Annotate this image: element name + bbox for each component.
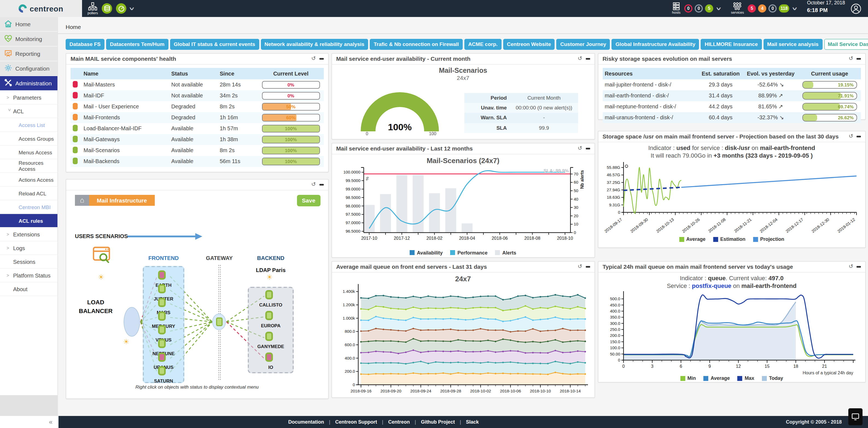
tab-customer-journey[interactable]: Customer Journey bbox=[557, 39, 610, 50]
sidebar-subitem-centreon-mbi[interactable]: Centreon MBI bbox=[0, 200, 57, 214]
collapse-icon[interactable] bbox=[857, 266, 861, 267]
tab-global-infrastructure-availability[interactable]: Global Infrastructure Availability bbox=[612, 39, 699, 50]
sidebar-subitem-parameters[interactable]: >Parameters bbox=[0, 91, 57, 105]
node-uranus[interactable] bbox=[158, 352, 166, 362]
diagram-breadcrumb-label[interactable]: Mail Infrastructure bbox=[89, 195, 155, 205]
user-menu-button[interactable] bbox=[850, 0, 862, 17]
svg-text:60: 60 bbox=[574, 179, 578, 184]
refresh-icon[interactable]: ↺ bbox=[311, 56, 316, 61]
svg-text:100%: 100% bbox=[388, 121, 411, 132]
tab-acme-corp-[interactable]: ACME corp. bbox=[464, 39, 501, 50]
tab-centreon-website[interactable]: Centreon Website bbox=[503, 39, 555, 50]
refresh-icon[interactable]: ↺ bbox=[578, 56, 582, 61]
sidebar-subitem-acl[interactable]: >ACL bbox=[0, 105, 57, 118]
broker-status-button[interactable] bbox=[102, 3, 112, 14]
fullscreen-button[interactable] bbox=[848, 408, 863, 425]
sidebar-subitem-platform-status[interactable]: >Platform Status bbox=[0, 269, 57, 282]
services-chevron-down-icon[interactable]: > bbox=[790, 7, 799, 10]
sidebar-item-monitoring[interactable]: Monitoring bbox=[0, 32, 57, 47]
tab-hillmore-insurance[interactable]: HILLMORE Insurance bbox=[701, 39, 762, 50]
services-button[interactable]: services bbox=[731, 2, 744, 15]
node-jupiter[interactable] bbox=[158, 284, 166, 293]
node-mercury[interactable] bbox=[158, 311, 166, 320]
collapse-icon[interactable] bbox=[586, 147, 590, 149]
hosts-badge[interactable]: 0 bbox=[694, 4, 703, 12]
state-cell: Available bbox=[169, 134, 217, 145]
sidebar-item-reporting[interactable]: Reporting bbox=[0, 47, 57, 61]
projection-title-line1: Indicator : used for service : disk-/usr… bbox=[598, 144, 865, 152]
node-callisto[interactable] bbox=[265, 290, 273, 299]
sidebar-subitem-reload-acl[interactable]: Reload ACL bbox=[0, 187, 57, 200]
node-venus[interactable] bbox=[158, 325, 166, 334]
footer-link-documentation[interactable]: Documentation bbox=[288, 419, 324, 425]
pollers-chevron-down-icon[interactable]: > bbox=[127, 7, 136, 10]
sidebar-subitem-resources-access[interactable]: Resources Access bbox=[0, 159, 57, 173]
status-cell bbox=[70, 134, 81, 145]
node-label-callisto: CALLISTO bbox=[252, 302, 290, 307]
refresh-icon[interactable]: ↺ bbox=[578, 146, 582, 151]
node-saturn[interactable] bbox=[158, 366, 166, 375]
hosts-chevron-down-icon[interactable]: > bbox=[714, 7, 723, 10]
collapse-icon[interactable] bbox=[586, 266, 590, 267]
evolution-cell: 81.65% ↗ bbox=[743, 101, 798, 112]
centreon-logo[interactable]: centreon bbox=[0, 0, 82, 17]
collapse-icon[interactable] bbox=[319, 183, 323, 185]
refresh-icon[interactable]: ↺ bbox=[848, 134, 853, 139]
node-europa[interactable] bbox=[265, 311, 273, 320]
tab-global-it-status-current-events[interactable]: Global IT status & current events bbox=[170, 39, 259, 50]
sidebar-item-administration[interactable]: Administration bbox=[0, 76, 57, 91]
tab-database-fs[interactable]: Database FS bbox=[66, 39, 104, 50]
services-badge[interactable]: 118 bbox=[779, 4, 789, 12]
node-neptune[interactable] bbox=[158, 339, 166, 348]
pollers-button[interactable]: pollers bbox=[88, 2, 98, 15]
sidebar-subitem-extensions[interactable]: >Extensions bbox=[0, 228, 57, 241]
home-icon[interactable]: ⌂ bbox=[75, 195, 89, 205]
sidebar-subitem-about[interactable]: About bbox=[0, 282, 57, 296]
collapse-icon[interactable] bbox=[319, 58, 323, 59]
sidebar-subitem-acl-rules[interactable]: ACL rules bbox=[0, 214, 57, 228]
tab-trafic-nb-connection-on-firewall[interactable]: Trafic & Nb connection on Firewall bbox=[370, 39, 462, 50]
sidebar-item-home[interactable]: Home bbox=[0, 17, 57, 32]
node-earth[interactable] bbox=[158, 270, 166, 279]
sidebar-subitem-access-list[interactable]: Access List bbox=[0, 118, 57, 132]
collapse-icon[interactable] bbox=[586, 58, 590, 59]
collapse-icon[interactable] bbox=[857, 58, 861, 59]
sidebar-subitem-label: Menus Access bbox=[19, 149, 52, 155]
sidebar-subitem-menus-access[interactable]: Menus Access bbox=[0, 146, 57, 159]
tab-network-availability-reliability-analysis[interactable]: Network availability & reliability analy… bbox=[260, 39, 368, 50]
sidebar-subitem-sessions[interactable]: Sessions bbox=[0, 255, 57, 269]
tab-mail-service-dashboard[interactable]: Mail Service Dashboard bbox=[824, 39, 868, 50]
sidebar-subitem-actions-access[interactable]: Actions Access bbox=[0, 173, 57, 187]
sidebar-subitem-access-groups[interactable]: Access Groups bbox=[0, 132, 57, 146]
engine-status-button[interactable] bbox=[116, 3, 126, 14]
footer-link-github-project[interactable]: Github Project bbox=[421, 419, 455, 425]
tab-datacenters-tem-hum[interactable]: Datacenters Tem/Hum bbox=[106, 39, 168, 50]
services-badge[interactable]: 5 bbox=[748, 4, 756, 12]
gateway-node[interactable] bbox=[212, 313, 226, 330]
footer-link-centreon[interactable]: Centreon bbox=[388, 419, 410, 425]
hosts-badge[interactable]: 0 bbox=[684, 4, 692, 12]
refresh-icon[interactable]: ↺ bbox=[578, 264, 582, 269]
footer-link-slack[interactable]: Slack bbox=[466, 419, 479, 425]
breadcrumb[interactable]: Home bbox=[58, 17, 868, 34]
services-badge[interactable]: 4 bbox=[758, 4, 767, 12]
hosts-badge[interactable]: 5 bbox=[705, 4, 713, 12]
collapse-icon[interactable] bbox=[857, 136, 861, 137]
refresh-icon[interactable]: ↺ bbox=[848, 56, 853, 61]
sidebar-subitem-logs[interactable]: >Logs bbox=[0, 241, 57, 255]
load-balancer-node[interactable] bbox=[124, 307, 140, 336]
projection-title-line2: It will reach 79.00Go in +3 months (323 … bbox=[598, 152, 865, 160]
refresh-icon[interactable]: ↺ bbox=[848, 264, 853, 269]
tab-mail-service-analysis[interactable]: Mail service analysis bbox=[763, 39, 822, 50]
refresh-icon[interactable]: ↺ bbox=[311, 182, 316, 187]
footer-link-centreon-support[interactable]: Centreon Support bbox=[335, 419, 377, 425]
services-badge[interactable]: 0 bbox=[769, 4, 777, 12]
sidebar-collapse-button[interactable]: « bbox=[0, 416, 57, 428]
sidebar-item-configuration[interactable]: Configuration bbox=[0, 61, 57, 76]
hosts-button[interactable]: hosts bbox=[672, 2, 680, 15]
node-io[interactable] bbox=[265, 352, 273, 362]
node-ganymede[interactable] bbox=[265, 332, 273, 341]
node-mars[interactable] bbox=[158, 297, 166, 307]
save-button[interactable]: Save bbox=[297, 195, 320, 206]
legend-label: Average bbox=[711, 375, 730, 381]
